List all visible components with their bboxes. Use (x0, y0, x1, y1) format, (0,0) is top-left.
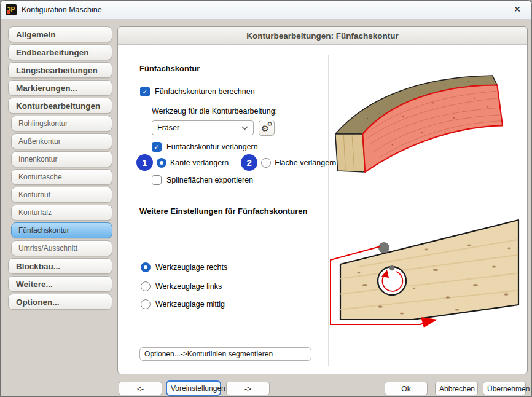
tool-settings-button[interactable]: ⚙ ⚙ (259, 120, 275, 136)
options-note-box[interactable]: Optionen...->Konturlinien segmentieren (139, 347, 311, 361)
extend-checkbox-label: Fünfachskontur verlängern (166, 143, 258, 151)
sidebar-item-markierungen[interactable]: Markierungen... (8, 80, 112, 96)
radio-links-label: Werkzeuglage links (155, 282, 222, 291)
apply-button[interactable]: Übernehmen (483, 382, 526, 395)
check-icon: ✓ (154, 143, 159, 151)
sidebar-item-endbearbeitungen[interactable]: Endbearbeitungen (8, 44, 112, 60)
section2-heading: Weitere Einstellungen für Fünfachskontur… (139, 206, 308, 216)
extend-mode-row: 1 Kante verlängern 2 Fläche verlängern (136, 154, 336, 171)
radio-kante-selected[interactable] (157, 158, 166, 168)
ok-button[interactable]: Ok (385, 382, 428, 395)
tool-label: Werkzeug für die Konturbearbeitung: (152, 107, 277, 116)
sidebar-item-optionen[interactable]: Optionen... (8, 294, 112, 310)
sidebar-item-fuenfachskontur-selected[interactable]: Fünfachskontur (11, 222, 112, 238)
checkbox-checked[interactable]: ✓ (152, 142, 162, 152)
step-badge-2: 2 (241, 154, 257, 171)
calc-checkbox-label: Fünfachskonturen berechnen (155, 87, 255, 96)
sidebar-item-aussenkontur[interactable]: Außenkontur (11, 133, 112, 149)
checkbox-checked[interactable]: ✓ (140, 87, 150, 96)
sidebar-item-rohlingskontur[interactable]: Rohlingskontur (11, 116, 112, 132)
toolpos-center-row: Werkzeuglage mittig (141, 299, 225, 309)
radio-werkzeuglage-mittig[interactable] (141, 299, 151, 309)
radio-rechts-label: Werkzeuglage rechts (155, 263, 227, 272)
section1-heading: Fünfachskontur (139, 64, 200, 73)
contour-path-illustration (322, 211, 525, 334)
toolpos-left-row: Werkzeuglage links (141, 281, 222, 291)
spline-checkbox-label: Splineflächen exportieren (166, 176, 253, 184)
radio-flaeche[interactable] (261, 158, 271, 168)
app-icon: 3P (6, 4, 17, 15)
spline-checkbox-row: Splineflächen exportieren (152, 175, 253, 185)
tool-select-value: Fräser (157, 124, 179, 132)
close-icon[interactable]: × (507, 1, 528, 19)
calc-checkbox-row: ✓ Fünfachskonturen berechnen (140, 87, 255, 96)
section-divider (135, 192, 511, 194)
sidebar: Allgemein Endbearbeitungen Längsbearbeit… (8, 26, 112, 310)
sidebar-item-allgemein[interactable]: Allgemein (8, 26, 112, 42)
radio-werkzeuglage-rechts-selected[interactable] (141, 262, 151, 272)
radio-flaeche-label: Fläche verlängern (275, 159, 336, 167)
chevron-down-icon (241, 126, 248, 130)
sidebar-item-umriss-ausschnitt[interactable]: Umriss/Ausschnitt (11, 240, 112, 256)
sidebar-item-konturbearbeitungen[interactable]: Konturbearbeitungen (8, 98, 112, 114)
presets-button[interactable]: Voreinstellungen (166, 380, 221, 396)
radio-mittig-label: Werkzeuglage mittig (155, 300, 225, 309)
sidebar-item-konturtasche[interactable]: Konturtasche (11, 169, 112, 185)
sidebar-item-weitere[interactable]: Weitere... (8, 276, 112, 292)
sidebar-item-laengsbearbeitungen[interactable]: Längsbearbeitungen (8, 62, 112, 78)
forward-button[interactable]: -> (226, 382, 270, 395)
dialog-window: 3P Konfiguration Maschine × Allgemein En… (0, 0, 532, 397)
checkbox-unchecked[interactable] (152, 175, 162, 185)
sidebar-item-konturnut[interactable]: Konturnut (11, 187, 112, 203)
sidebar-item-konturfalz[interactable]: Konturfalz (11, 205, 112, 221)
panel-header-title: Konturbearbeitungen: Fünfachskontur (118, 27, 527, 45)
main-panel: Konturbearbeitungen: Fünfachskontur Fünf… (117, 26, 528, 374)
gear-icon-small: ⚙ (267, 121, 273, 127)
back-button[interactable]: <- (119, 382, 162, 395)
extend-checkbox-row: ✓ Fünfachskontur verlängern (152, 142, 258, 152)
toolpos-right-row: Werkzeuglage rechts (141, 262, 227, 272)
radio-werkzeuglage-links[interactable] (141, 281, 151, 291)
sidebar-item-blockbau[interactable]: Blockbau... (8, 258, 112, 274)
window-title: Konfiguration Maschine (22, 1, 102, 19)
cancel-button[interactable]: Abbrechen (435, 382, 478, 395)
step-badge-1: 1 (136, 154, 153, 171)
sidebar-item-innenkontur[interactable]: Innenkontur (11, 151, 112, 167)
tool-select[interactable]: Fräser (152, 120, 254, 135)
title-bar: 3P Konfiguration Maschine × (1, 1, 531, 20)
check-icon: ✓ (142, 88, 147, 96)
options-note-text: Optionen...->Konturlinien segmentieren (144, 350, 273, 358)
curved-beam-illustration (332, 61, 522, 187)
radio-kante-label: Kante verlängern (170, 159, 229, 167)
